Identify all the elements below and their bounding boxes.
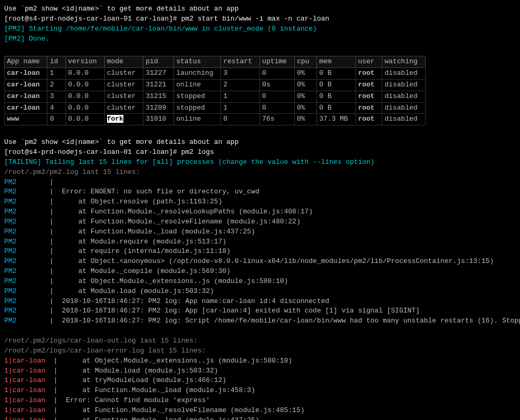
- col-header-restart: restart: [221, 56, 260, 68]
- car-loan-log-line: 1|car-loan | at Function.Module._load (m…: [4, 386, 516, 396]
- cell-mem: 0 B: [317, 79, 356, 91]
- line-pm2-log-path: /root/.pm2/pm2.log last 15 lines:: [4, 168, 516, 178]
- cell-id: 1: [47, 68, 66, 80]
- col-header-uptime: uptime: [260, 56, 295, 68]
- cell-pid: 31215: [143, 91, 174, 102]
- car-loan-log-line: 1|car-loan | Error: Cannot find module '…: [4, 396, 516, 406]
- cell-pid: 31010: [143, 114, 174, 125]
- cell-id: 2: [47, 79, 66, 91]
- cell-status: stopped: [174, 102, 221, 114]
- pm2-log-line: PM2 | at Object.<anonymous> (/opt/node-v…: [4, 257, 516, 267]
- line-car-loan-out-path: /root/.pm2/logs/car-loan-out.log last 15…: [4, 336, 516, 346]
- cell-cpu: 0%: [294, 91, 316, 102]
- cell-appname: car-loan: [5, 102, 47, 114]
- col-header-watching: watching: [382, 56, 425, 68]
- table-header-row: App name id version mode pid status rest…: [5, 56, 426, 68]
- cell-version: 0.0.0: [66, 102, 105, 114]
- pm2-log-line: PM2 | at Module._compile (module.js:569:…: [4, 267, 516, 277]
- cell-status: online: [174, 114, 221, 125]
- cell-mem: 0 B: [317, 68, 356, 80]
- car-loan-log-line: 1|car-loan | at Module.load (module.js:5…: [4, 366, 516, 376]
- pm2-table-container: App name id version mode pid status rest…: [4, 56, 516, 125]
- cell-version: 0.0.0: [66, 91, 105, 102]
- cell-restart: 1: [221, 91, 260, 102]
- col-header-version: version: [66, 56, 105, 68]
- cell-mem: 0 B: [317, 91, 356, 102]
- line-pm2-done: [PM2] Done.: [4, 34, 516, 44]
- cell-watching: disabled: [382, 114, 425, 125]
- table-row: car-loan 2 0.0.0 cluster 31221 online 2 …: [5, 79, 426, 91]
- cell-mode: cluster: [104, 79, 143, 91]
- table-row: car-loan 1 0.0.0 cluster 31227 launching…: [5, 68, 426, 80]
- pm2-log-line: PM2 | at Function.Module._load (module.j…: [4, 227, 516, 237]
- cell-user: root: [355, 68, 382, 80]
- line-1: Use `pm2 show <id|name>` to get more det…: [4, 4, 516, 14]
- line-pm2-starting: [PM2] Starting /home/fe/mobile/car-loan/…: [4, 24, 516, 34]
- cell-mode: cluster: [104, 102, 143, 114]
- pm2-log-line: PM2 | at Object.resolve (path.js:1163:25…: [4, 197, 516, 207]
- blank-3: [4, 326, 516, 336]
- cell-mode: cluster: [104, 68, 143, 80]
- cell-appname: car-loan: [5, 79, 47, 91]
- col-header-user: user: [355, 56, 382, 68]
- cell-uptime: 0: [260, 102, 295, 114]
- line-2: [root@s4-prd-nodejs-car-loan-01 car-loan…: [4, 14, 516, 24]
- car-loan-log-line: 1|car-loan | at Object.Module._extension…: [4, 356, 516, 366]
- cell-uptime: 0: [260, 68, 295, 80]
- pm2-log-line: PM2 | at Function.Module._resolveLookupP…: [4, 207, 516, 217]
- cell-appname: car-loan: [5, 91, 47, 102]
- cell-user: root: [355, 79, 382, 91]
- pm2-log-line: PM2 | at Function.Module._resolveFilenam…: [4, 217, 516, 227]
- cell-mode: fork: [104, 114, 143, 125]
- cell-uptime: 76s: [260, 114, 295, 125]
- cell-watching: disabled: [382, 68, 425, 80]
- cell-status: launching: [174, 68, 221, 80]
- pm2-log-line: PM2 |: [4, 178, 516, 188]
- table-row: car-loan 3 0.0.0 cluster 31215 stopped 1…: [5, 91, 426, 102]
- cell-user: root: [355, 91, 382, 102]
- cell-restart: 0: [221, 114, 260, 125]
- cell-uptime: 0s: [260, 79, 295, 91]
- cell-restart: 2: [221, 79, 260, 91]
- cell-user: root: [355, 114, 382, 125]
- terminal: Use `pm2 show <id|name>` to get more det…: [4, 4, 516, 420]
- cell-id: 0: [47, 114, 66, 125]
- car-loan-log-line: 1|car-loan | at Function.Module._load (m…: [4, 416, 516, 420]
- pm2-log-line: PM2 | at Module.require (module.js:513:1…: [4, 237, 516, 247]
- car-loan-log-line: 1|car-loan | at Function.Module._resolve…: [4, 406, 516, 416]
- col-header-mode: mode: [104, 56, 143, 68]
- cell-status: online: [174, 79, 221, 91]
- cell-version: 0.0.0: [66, 114, 105, 125]
- pm2-log-line: PM2 | at require (internal/module.js:11:…: [4, 247, 516, 257]
- pm2-log-line: PM2 | 2018-10-16T18:46:27: PM2 log: App …: [4, 306, 516, 316]
- cell-watching: disabled: [382, 79, 425, 91]
- col-header-cpu: cpu: [294, 56, 316, 68]
- cell-mem: 37.3 MB: [317, 114, 356, 125]
- line-pm2-logs-cmd: [root@s4-prd-nodejs-car-loan-01 car-loan…: [4, 148, 516, 158]
- cell-restart: 3: [221, 68, 260, 80]
- line-tailing: [TAILING] Tailing last 15 lines for [all…: [4, 158, 516, 168]
- pm2-log-line: PM2 | 2018-10-16T18:46:27: PM2 log: App …: [4, 297, 516, 307]
- cell-uptime: 0: [260, 91, 295, 102]
- cell-watching: disabled: [382, 91, 425, 102]
- line-show-hint2: Use `pm2 show <id|name>` to get more det…: [4, 138, 516, 148]
- cell-mem: 0 B: [317, 102, 356, 114]
- cell-cpu: 0%: [294, 102, 316, 114]
- cell-mode: cluster: [104, 91, 143, 102]
- pm2-log-line: PM2 | at Object.Module._extensions..js (…: [4, 277, 516, 287]
- cell-watching: disabled: [382, 102, 425, 114]
- cell-appname: www: [5, 114, 47, 125]
- pm2-log-line: PM2 | Error: ENOENT: no such file or dir…: [4, 187, 516, 197]
- col-header-status: status: [174, 56, 221, 68]
- cell-status: stopped: [174, 91, 221, 102]
- col-header-pid: pid: [143, 56, 174, 68]
- blank-1: [4, 44, 516, 54]
- col-header-id: id: [47, 56, 66, 68]
- cell-pid: 31227: [143, 68, 174, 80]
- pm2-log-line: PM2 | 2018-10-16T18:46:27: PM2 log: Scri…: [4, 316, 516, 326]
- cell-pid: 31209: [143, 102, 174, 114]
- cell-cpu: 0%: [294, 79, 316, 91]
- cell-user: root: [355, 102, 382, 114]
- cell-appname: car-loan: [5, 68, 47, 80]
- table-row: www 0 0.0.0 fork 31010 online 0 76s 0% 3…: [5, 114, 426, 125]
